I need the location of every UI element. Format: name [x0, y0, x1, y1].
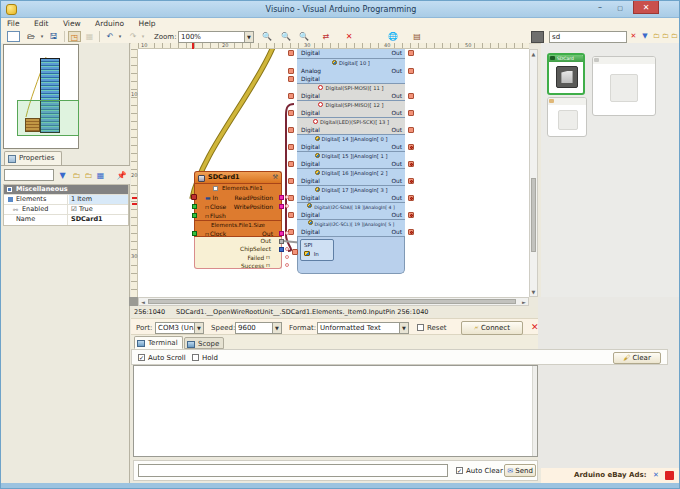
clear-search-icon[interactable]: ✕ [629, 31, 638, 42]
redo-button[interactable]: ↷ [126, 31, 140, 42]
pin-out[interactable] [279, 239, 284, 244]
minimize-button[interactable]: – [591, 1, 609, 14]
menu-view[interactable]: View [57, 18, 87, 29]
wrench-icon[interactable]: ⚒ [272, 172, 278, 183]
pin-connector[interactable] [285, 204, 289, 208]
new-project-button[interactable] [7, 31, 20, 42]
pin[interactable] [408, 110, 414, 116]
terminal-scrollbar[interactable] [532, 366, 537, 456]
maximize-button[interactable]: ▢ [611, 1, 629, 14]
property-category-row[interactable]: Miscellaneous [4, 185, 128, 195]
reset-checkbox[interactable] [417, 324, 424, 331]
undo-button[interactable]: ↶ [103, 31, 117, 42]
auto-clear-checkbox[interactable]: ✓ [456, 467, 463, 474]
pin[interactable] [288, 76, 294, 82]
pin-chipselect[interactable] [279, 247, 284, 252]
menu-help[interactable]: Help [133, 18, 162, 29]
pin[interactable] [408, 93, 414, 99]
file-checkbox[interactable] [213, 186, 218, 191]
zoom-in-icon[interactable]: 🔍 [260, 31, 274, 42]
tab-scope[interactable]: Scope [184, 337, 224, 349]
send-button[interactable]: ✉ Send [504, 464, 536, 477]
zoom-fit-icon[interactable]: 🔍 [297, 31, 311, 42]
board-bottom-section[interactable]: SPI In [297, 237, 405, 274]
format-dropdown-icon[interactable]: ▼ [399, 323, 408, 333]
zoom-out-icon[interactable]: 🔍 [279, 31, 293, 42]
pin-connector[interactable] [285, 195, 289, 199]
redo-dropdown-icon[interactable]: ▾ [140, 31, 146, 42]
pin[interactable] [288, 127, 294, 133]
pin-connector[interactable] [285, 247, 289, 251]
board-channel[interactable]: Digital(SPI-MOSI)[ 11 ] DigitalOut [297, 84, 405, 101]
open-project-button[interactable]: 🗁 [24, 31, 38, 42]
pin[interactable] [408, 50, 414, 56]
splitter-grip[interactable] [129, 297, 138, 306]
board-channel[interactable]: Digital(I2C-SDA)[ 18 ]|AnalogIn[ 4 ] Dig… [297, 203, 405, 220]
pin-in[interactable] [191, 194, 197, 200]
port-select[interactable]: COM3 (Unav▼ [155, 322, 204, 334]
board-channel[interactable]: Digital[ 14 ]|AnalogIn[ 0 ] DigitalOut [297, 135, 405, 152]
save-button[interactable]: 🖫 [47, 31, 60, 42]
auto-scroll-checkbox[interactable]: ✓ [138, 354, 145, 361]
menu-arduino[interactable]: Arduino [89, 18, 130, 29]
pin-close[interactable] [192, 204, 197, 209]
pin[interactable] [288, 93, 294, 99]
overview-minimap[interactable] [3, 44, 79, 149]
pin[interactable] [288, 144, 294, 150]
property-filter-icon[interactable]: ▼ [57, 170, 68, 181]
component-card-sdcard[interactable]: SDCard [547, 53, 585, 95]
expand-all-icon[interactable]: 🗀 [71, 170, 82, 181]
title-bar[interactable]: Visuino - Visual Arduino Programming – ▢… [1, 1, 680, 18]
board-channel[interactable]: Digital[ 17 ]|AnalogIn[ 3 ] DigitalOut [297, 186, 405, 203]
pin-readposition[interactable] [279, 195, 284, 200]
terminal-output[interactable] [133, 365, 538, 457]
tab-terminal[interactable]: Terminal [134, 336, 183, 349]
pin-writeposition[interactable] [279, 204, 284, 209]
open-dropdown-icon[interactable]: ▾ [39, 31, 45, 42]
scroll-right-icon[interactable]: ► [520, 298, 528, 306]
pin[interactable] [288, 161, 294, 167]
scroll-left-icon[interactable]: ◄ [139, 298, 147, 306]
board-channel[interactable]: Digital[ 16 ]|AnalogIn[ 2 ] DigitalOut [297, 169, 405, 186]
property-row-enabled[interactable]: ⚯Enabled ☑ True [4, 205, 128, 215]
board-channel[interactable]: Digital(LED)(SPI-SCK)[ 13 ] DigitalOut [297, 118, 405, 135]
sdcard-header[interactable]: SDCard1 ⚒ [194, 171, 282, 183]
filter-icon[interactable]: ▼ [639, 31, 651, 42]
board-channel[interactable]: Digital(I2C-SCL)[ 19 ]|AnalogIn[ 5 ] Dig… [297, 220, 405, 237]
pin[interactable] [292, 249, 298, 255]
board-channel[interactable]: Digital[ 10 ] Analog Out Digital [297, 59, 405, 84]
pin[interactable] [288, 68, 294, 74]
pin-connector[interactable] [285, 231, 289, 235]
pin[interactable] [408, 68, 414, 74]
panel-grip[interactable] [531, 31, 544, 43]
ads-close-icon[interactable]: ✕ [653, 468, 659, 483]
zoom-dropdown-icon[interactable]: ▼ [244, 32, 253, 42]
category-folder-icon-1[interactable]: 🗀 [652, 31, 661, 42]
board-channel[interactable]: Digital[ 15 ]|AnalogIn[ 1 ] DigitalOut [297, 152, 405, 169]
pin-success[interactable] [285, 263, 289, 267]
category-folder-icon-2[interactable]: 🗀 [661, 31, 670, 42]
minimap-viewport-rect[interactable] [17, 100, 79, 136]
scroll-thumb[interactable] [531, 178, 536, 252]
sdcard-body[interactable]: Elements.File1 ▬ In ReadPosition ⊓Close … [194, 183, 282, 237]
scroll-up-icon[interactable]: ▲ [530, 50, 537, 58]
property-row-name[interactable]: Name SDCard1 [4, 215, 128, 225]
build-upload-icon[interactable]: 🌐 [386, 31, 400, 42]
speed-select[interactable]: 9600▼ [235, 322, 282, 334]
pin-size-out[interactable] [279, 231, 284, 236]
menu-edit[interactable]: Edit [28, 18, 55, 29]
send-input[interactable] [138, 464, 448, 477]
grid-toggle-icon[interactable]: ◳ [68, 31, 81, 42]
close-button[interactable]: ✕ [633, 1, 659, 14]
pin-flush[interactable] [192, 213, 197, 218]
scroll-down-icon[interactable]: ▼ [530, 288, 537, 296]
pin[interactable] [288, 50, 294, 56]
pin-clock[interactable] [192, 231, 197, 236]
zoom-select[interactable]: 100% ▼ [178, 31, 254, 43]
pin-panel-icon[interactable]: 📌 [116, 170, 127, 181]
property-filter-input[interactable] [4, 169, 54, 181]
pin[interactable] [288, 110, 294, 116]
hold-checkbox[interactable] [192, 354, 199, 361]
ads-stop-icon[interactable] [665, 471, 674, 480]
clear-button[interactable]: 🖌 Clear [613, 352, 661, 364]
